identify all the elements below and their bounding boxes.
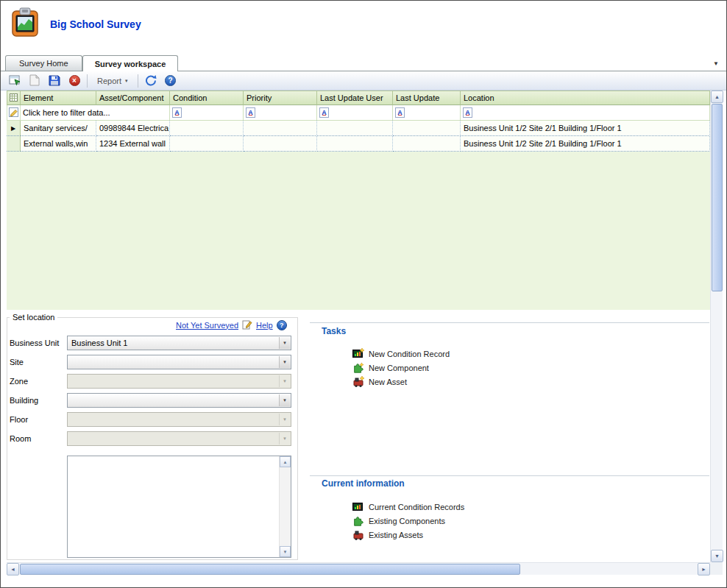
task-new-asset[interactable]: New Asset: [352, 375, 450, 389]
zone-select: ▼: [67, 374, 291, 389]
condition-record-icon: [352, 501, 364, 513]
filter-type-icon[interactable]: A: [172, 107, 182, 118]
business-unit-select[interactable]: Business Unit 1 ▼: [67, 336, 291, 350]
column-header-asset-component[interactable]: Asset/Component: [96, 91, 170, 105]
refresh-icon: [145, 74, 157, 88]
tab-survey-home[interactable]: Survey Home: [5, 55, 82, 71]
cell-last-update[interactable]: [393, 136, 461, 152]
filter-type-icon[interactable]: A: [319, 107, 329, 118]
scroll-up-button[interactable]: ▲: [280, 456, 291, 467]
cell-priority[interactable]: [244, 121, 317, 136]
vertical-scrollbar[interactable]: ▲ ▼: [710, 91, 723, 562]
toolbar-separator: [87, 74, 88, 88]
delete-button[interactable]: ×: [67, 74, 82, 88]
cell-last-update[interactable]: [393, 121, 461, 136]
grid-empty-area: [7, 152, 710, 310]
cell-asset-component[interactable]: 1234 External wall: [96, 136, 170, 152]
field-floor: Floor ▼: [10, 410, 292, 429]
cell-asset-component[interactable]: 09989844 Electrica: [96, 121, 170, 136]
component-puzzle-icon: [352, 362, 364, 374]
building-select[interactable]: ▼: [67, 393, 291, 408]
chevron-down-icon: ▼: [279, 375, 290, 387]
scroll-down-button[interactable]: ▼: [711, 550, 723, 562]
filter-type-icon[interactable]: A: [395, 107, 405, 118]
refresh-button[interactable]: [143, 74, 158, 88]
horizontal-scrollbar[interactable]: ◄ ►: [7, 562, 710, 575]
chevron-down-icon[interactable]: ▼: [279, 394, 290, 406]
not-yet-surveyed-link[interactable]: Not Yet Surveyed: [176, 321, 238, 330]
help-link[interactable]: Help: [256, 321, 273, 330]
cell-condition[interactable]: [170, 121, 244, 136]
field-label: Building: [10, 396, 67, 405]
cell-last-update-user[interactable]: [317, 121, 393, 136]
field-label: Floor: [10, 415, 67, 424]
listbox-scrollbar[interactable]: ▲ ▼: [279, 456, 291, 557]
current-condition-records-item[interactable]: Current Condition Records: [352, 500, 464, 514]
current-information-list: Current Condition Records Existing Compo…: [352, 500, 464, 542]
column-header-element[interactable]: Element: [21, 91, 96, 105]
filter-cell-last-update[interactable]: A: [393, 105, 461, 121]
existing-assets-item[interactable]: Existing Assets: [352, 528, 464, 542]
existing-components-item[interactable]: Existing Components: [352, 514, 464, 528]
scroll-right-button[interactable]: ►: [698, 563, 710, 575]
condition-record-icon: [352, 348, 364, 360]
scroll-left-button[interactable]: ◄: [7, 563, 19, 575]
cell-element[interactable]: External walls,win: [21, 136, 96, 152]
table-row[interactable]: ▶ Sanitary services/ 09989844 Electrica …: [7, 121, 710, 136]
report-menu-button[interactable]: Report ▾: [93, 75, 132, 87]
scrollbar-corner: [710, 562, 723, 575]
chevron-down-icon[interactable]: ▼: [279, 356, 290, 368]
tab-survey-home-label: Survey Home: [19, 59, 68, 68]
filter-cell-last-update-user[interactable]: A: [317, 105, 393, 121]
cell-location[interactable]: Business Unit 1/2 Site 2/1 Building 1/Fl…: [461, 136, 710, 152]
report-label: Report: [97, 77, 121, 85]
column-header-last-update-user[interactable]: Last Update User: [317, 91, 393, 105]
task-new-component[interactable]: New Component: [352, 361, 450, 375]
component-puzzle-icon: [352, 515, 364, 527]
cell-element[interactable]: Sanitary services/: [21, 121, 96, 136]
scroll-down-button[interactable]: ▼: [280, 546, 291, 557]
page-title: Big School Survey: [50, 18, 141, 30]
filter-prompt-cell[interactable]: Click here to filter data...: [21, 105, 170, 121]
survey-home-button[interactable]: [7, 74, 22, 88]
tab-survey-workspace[interactable]: Survey workspace: [82, 55, 179, 71]
cell-location[interactable]: Business Unit 1/2 Site 2/1 Building 1/Fl…: [461, 121, 710, 136]
scroll-up-button[interactable]: ▲: [711, 91, 723, 103]
site-select[interactable]: ▼: [67, 355, 291, 369]
select-all-cell[interactable]: [7, 91, 21, 105]
cell-priority[interactable]: [244, 136, 317, 152]
cell-condition[interactable]: [170, 136, 244, 152]
save-button[interactable]: [47, 74, 62, 88]
filter-row-indicator-cell: [7, 105, 21, 121]
tab-strip: Survey Home Survey workspace: [1, 56, 726, 71]
column-header-condition[interactable]: Condition: [170, 91, 244, 105]
arrow-up-icon: ▲: [283, 460, 288, 464]
home-grid-icon: [9, 74, 21, 88]
filter-type-icon[interactable]: A: [463, 107, 472, 118]
column-header-location[interactable]: Location: [461, 91, 710, 105]
horizontal-scrollbar-thumb[interactable]: [20, 564, 520, 575]
tasks-heading: Tasks: [322, 326, 346, 336]
arrow-right-icon: ►: [701, 567, 706, 572]
cell-last-update-user[interactable]: [317, 136, 393, 152]
column-header-priority[interactable]: Priority: [244, 91, 317, 105]
grid-options-icon: [10, 93, 18, 103]
filter-cell-condition[interactable]: A: [170, 105, 244, 121]
help-button[interactable]: ?: [163, 74, 178, 88]
task-new-condition-record[interactable]: New Condition Record: [352, 347, 450, 361]
tab-overflow-button[interactable]: ▼: [713, 60, 719, 67]
filter-cell-location[interactable]: A: [461, 105, 710, 121]
task-label: New Asset: [369, 378, 407, 386]
column-header-last-update[interactable]: Last Update: [393, 91, 461, 105]
toolbar: × Report ▾ ?: [1, 71, 726, 91]
edit-note-icon: [242, 319, 252, 331]
filter-type-icon[interactable]: A: [246, 107, 255, 118]
help-icon[interactable]: ?: [277, 320, 287, 330]
chevron-down-icon[interactable]: ▼: [279, 337, 290, 349]
table-row[interactable]: External walls,win 1234 External wall Bu…: [7, 136, 710, 152]
location-listbox[interactable]: ▲ ▼: [67, 456, 291, 558]
vertical-scrollbar-thumb[interactable]: [712, 104, 723, 291]
new-document-button[interactable]: [27, 74, 42, 88]
room-select: ▼: [67, 431, 291, 446]
filter-cell-priority[interactable]: A: [244, 105, 317, 121]
